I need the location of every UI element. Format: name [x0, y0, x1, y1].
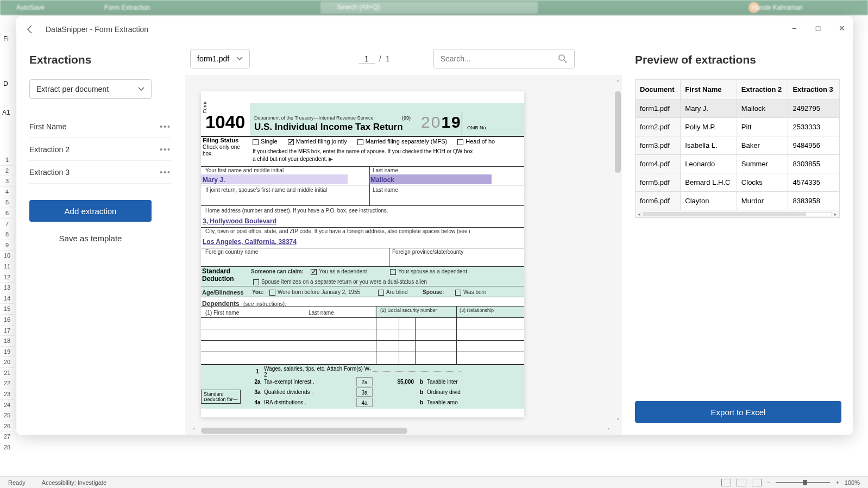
scroll-right-icon[interactable]: ▸ — [834, 211, 837, 217]
spouse-last-label: Last name — [373, 187, 398, 193]
col-document[interactable]: Document — [636, 80, 681, 99]
spouse-label: Spouse: — [423, 289, 444, 295]
add-extraction-button[interactable]: Add extraction — [29, 200, 152, 222]
scroll-right-icon[interactable]: ˃ — [607, 428, 610, 434]
scroll-up-icon[interactable]: ˄ — [617, 79, 619, 85]
standard-deduction-label: Standard Deduction — [202, 267, 246, 283]
play-icon: ▶ — [329, 156, 333, 162]
extraction-label: Extraction 2 — [29, 145, 70, 154]
vertical-scrollbar[interactable] — [615, 91, 621, 173]
user-name: Hande Kahraman — [752, 4, 803, 11]
ribbon-tab: Form Extraction — [104, 4, 150, 11]
search-input[interactable] — [441, 54, 558, 63]
extraction-label: First Name — [29, 122, 66, 131]
status-accessibility: Accessibility: Investigate — [42, 479, 106, 486]
dep-first-name: (1) First name — [205, 310, 239, 316]
modal-titlebar: DataSnipper - Form Extraction − □ ✕ — [16, 16, 853, 42]
scroll-left-icon[interactable]: ˂ — [192, 428, 195, 434]
col-extraction-3[interactable]: Extraction 3 — [788, 80, 840, 99]
form-rule — [201, 286, 524, 286]
horizontal-scrollbar[interactable] — [201, 428, 407, 434]
file-tab: Fi — [3, 35, 9, 43]
view-layout-icon — [737, 479, 746, 486]
maximize-button[interactable]: □ — [812, 22, 825, 35]
form-vrule — [369, 166, 370, 205]
first-name-value: Mary J. — [203, 176, 225, 184]
extraction-item-3[interactable]: Extraction 3 ••• — [29, 161, 171, 184]
scroll-left-icon[interactable]: ◂ — [638, 211, 640, 217]
extractions-heading: Extractions — [29, 53, 171, 66]
table-row[interactable]: form6.pdfClaytonMurdor8383958 — [636, 192, 840, 210]
more-icon[interactable]: ••• — [160, 168, 171, 177]
dependents-table — [201, 317, 524, 364]
checkbox-mfs[interactable] — [357, 139, 363, 145]
arrow-left-icon — [25, 24, 36, 35]
document-viewer[interactable]: Form 1040 Department of the Treasury—Int… — [185, 75, 622, 435]
checkbox-spouse-born[interactable] — [455, 290, 461, 296]
minimize-button[interactable]: − — [788, 22, 801, 35]
last-name-label: Last name — [373, 167, 398, 173]
filing-note: If you checked the MFS box, enter the na… — [253, 148, 497, 163]
foreign-province-label: Foreign province/state/county — [392, 249, 463, 255]
page-separator: / — [379, 54, 381, 63]
form-1040-page: Form 1040 Department of the Treasury—Int… — [201, 91, 524, 417]
save-template-button[interactable]: Save as template — [29, 227, 152, 249]
table-row[interactable]: form4.pdfLeonardoSummer8303855 — [636, 155, 840, 173]
dependents-label: Dependents — [202, 300, 240, 308]
checkbox-hoh[interactable] — [457, 139, 463, 145]
dep-relationship: (3) Relationship — [460, 308, 494, 313]
checkbox-born-before[interactable] — [269, 290, 275, 296]
extraction-mode-dropdown[interactable]: Extract per document — [29, 79, 152, 99]
document-selector[interactable]: form1.pdf — [190, 49, 250, 68]
form-vrule — [462, 112, 462, 135]
table-horizontal-scrollbar[interactable]: ◂ ▸ — [635, 210, 840, 218]
col-first-name[interactable]: First Name — [681, 80, 737, 99]
close-button[interactable]: ✕ — [835, 22, 848, 35]
form-omb: OMB No. — [467, 125, 487, 130]
document-panel: form1.pdf / 1 — [185, 42, 622, 435]
autosave-label: AutoSave — [16, 4, 45, 11]
export-to-excel-button[interactable]: Export to Excel — [635, 401, 841, 423]
table-row[interactable]: form5.pdfBernard L.H.CClocks4574335 — [636, 173, 840, 192]
last-name-value: Mallock — [370, 176, 394, 184]
view-normal-icon — [721, 479, 731, 486]
page-input[interactable] — [358, 54, 375, 64]
form-rule — [201, 205, 524, 206]
checkbox-you-dependent[interactable] — [311, 269, 317, 275]
form-department: Department of the Treasury—Internal Reve… — [254, 115, 374, 121]
checkbox-single[interactable] — [253, 139, 259, 145]
extraction-item-2[interactable]: Extraction 2 ••• — [29, 138, 171, 161]
filing-status-label: Filing Status Check only one box. — [203, 137, 250, 157]
std-deduction-box: Standard Deduction for— — [201, 390, 241, 404]
table-row[interactable]: form2.pdfPolly M.P.Pitt2533333 — [636, 118, 840, 136]
table-row[interactable]: form1.pdfMary J.Mallock2492795 — [636, 99, 840, 118]
document-search[interactable] — [433, 49, 575, 68]
checkbox-spouse-itemizes[interactable] — [253, 279, 259, 285]
extraction-item-first-name[interactable]: First Name ••• — [29, 115, 171, 138]
table-row[interactable]: form3.pdfIsabella L.Baker9484956 — [636, 136, 840, 155]
form-title: U.S. Individual Income Tax Return — [254, 122, 403, 133]
foreign-country-label: Foreign country name — [205, 249, 258, 255]
zoom-level: 100% — [845, 479, 860, 486]
checkbox-mfj[interactable] — [288, 139, 294, 145]
search-icon — [558, 54, 568, 64]
city-label: City, town or post office, state, and ZI… — [205, 228, 470, 234]
address-value: 3, Hollywood Boulevard — [203, 217, 276, 225]
more-icon[interactable]: ••• — [160, 145, 171, 154]
form-year: 2019 — [421, 113, 462, 132]
see-instructions: (see instructions): — [243, 301, 286, 307]
dep-ssn: (2) Social security number — [380, 308, 437, 313]
scroll-down-icon[interactable]: ˅ — [617, 418, 619, 424]
zoom-slider — [776, 482, 830, 483]
spouse-first-label: If joint return, spouse's first name and… — [205, 187, 327, 193]
excel-row-headers: Fi D A1 12345678910111213141516171819202… — [0, 33, 16, 440]
back-button[interactable] — [24, 23, 37, 36]
document-toolbar: form1.pdf / 1 — [185, 42, 622, 75]
col-extraction-2[interactable]: Extraction 2 — [737, 80, 788, 99]
checkbox-spouse-dependent[interactable] — [390, 269, 396, 275]
form-number: 1040 — [205, 112, 245, 133]
more-icon[interactable]: ••• — [160, 122, 171, 131]
excel-titlebar: AutoSave Form Extraction Search (Alt+Q) … — [0, 0, 868, 15]
form-rule — [201, 297, 524, 297]
checkbox-blind[interactable] — [378, 290, 384, 296]
